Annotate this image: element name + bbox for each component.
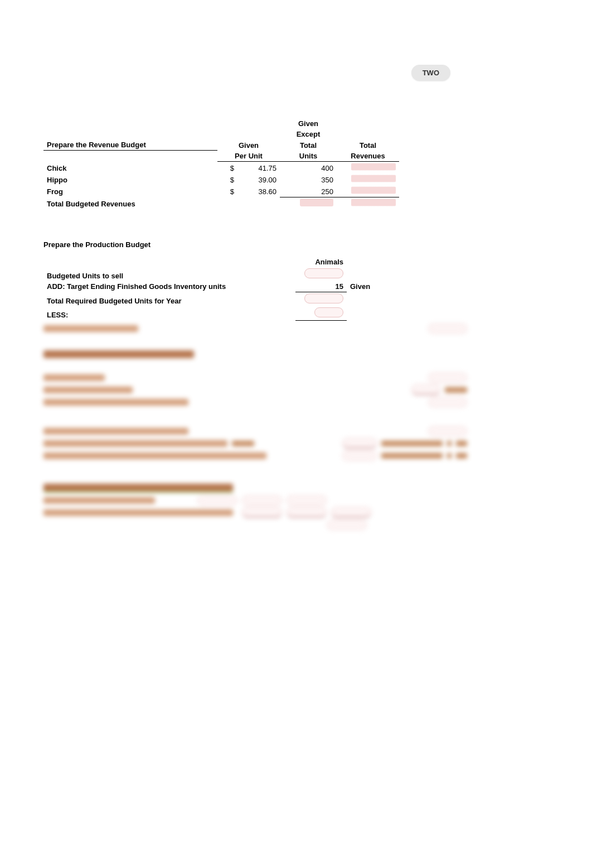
row-units: 250 <box>280 185 337 197</box>
col-header-units: Units <box>280 151 337 162</box>
table-row-total: Total Budgeted Revenues <box>43 197 399 209</box>
table-row: Frog $ 38.60 250 <box>43 185 399 197</box>
col-header-given: Given <box>217 139 280 151</box>
table-row: Total Required Budgeted Units for Year <box>43 292 394 306</box>
row-revenue <box>337 185 399 197</box>
row-currency: $ <box>217 173 237 185</box>
table-row: Chick $ 41.75 400 <box>43 161 399 173</box>
animals-header: Animals <box>295 257 347 267</box>
row-units: 400 <box>280 161 337 173</box>
total-revenue <box>337 197 399 209</box>
col-header-total: Total <box>280 139 337 151</box>
row-revenue <box>337 173 399 185</box>
row-label: Total Required Budgeted Units for Year <box>43 292 295 306</box>
row-label: Hippo <box>43 173 217 185</box>
page-badge: TWO <box>411 65 450 81</box>
row-per-unit: 41.75 <box>237 161 280 173</box>
col-header-total-2: Total <box>337 139 399 151</box>
table-row: Hippo $ 39.00 350 <box>43 173 399 185</box>
col-header-given-except-bottom: Except <box>280 129 337 139</box>
table-row: LESS: <box>43 306 394 321</box>
table-row: Budgeted Units to sell <box>43 267 394 281</box>
col-header-revenues: Revenues <box>337 151 399 162</box>
total-units <box>280 197 337 209</box>
row-per-unit: 39.00 <box>237 173 280 185</box>
production-budget-table: Animals Budgeted Units to sell ADD: Targ… <box>43 257 394 321</box>
col-header-per-unit: Per Unit <box>217 151 280 162</box>
row-label: Chick <box>43 161 217 173</box>
row-per-unit: 38.60 <box>237 185 280 197</box>
row-units: 350 <box>280 173 337 185</box>
total-label: Total Budgeted Revenues <box>43 197 217 209</box>
row-currency: $ <box>217 161 237 173</box>
revenue-budget-table: Given Except Prepare the Revenue Budget … <box>43 118 399 209</box>
production-budget-header: Prepare the Production Budget <box>43 240 467 249</box>
table-row: ADD: Target Ending Finished Goods Invent… <box>43 281 394 292</box>
row-value <box>295 306 347 321</box>
row-value <box>295 267 347 281</box>
row-value: 15 <box>295 281 347 292</box>
col-header-given-except-top: Given <box>280 118 337 129</box>
row-note: Given <box>347 281 394 292</box>
row-label: Frog <box>43 185 217 197</box>
page-badge-label: TWO <box>423 69 439 77</box>
revenue-budget-header: Prepare the Revenue Budget <box>43 139 217 151</box>
row-label: ADD: Target Ending Finished Goods Invent… <box>43 281 295 292</box>
row-currency: $ <box>217 185 237 197</box>
row-value <box>295 292 347 306</box>
blurred-region <box>43 324 467 529</box>
row-revenue <box>337 161 399 173</box>
row-label: Budgeted Units to sell <box>43 267 295 281</box>
row-label: LESS: <box>43 306 295 321</box>
